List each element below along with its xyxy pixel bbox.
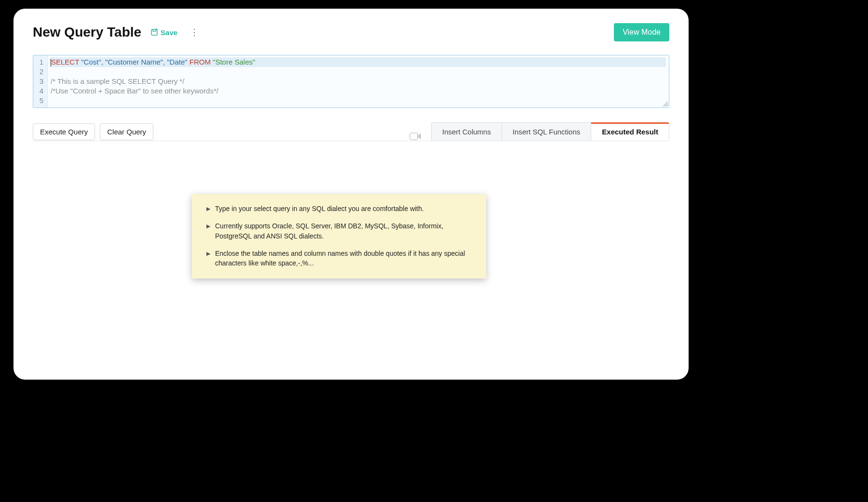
tab-executed-result[interactable]: Executed Result [591,122,669,141]
toolbar-left: Execute Query Clear Query [33,123,153,140]
header: New Query Table Save ⋮ View Mode [33,23,669,41]
tip-item: ▶ Type in your select query in any SQL d… [206,204,472,213]
caret-right-icon: ▶ [206,223,210,241]
page-title: New Query Table [33,25,141,40]
line-number: 1 [37,57,43,67]
tab-insert-columns[interactable]: Insert Columns [431,122,502,141]
execute-query-button[interactable]: Execute Query [33,123,95,140]
table-name: "Store Sales" [211,58,255,66]
tab-insert-sql-functions[interactable]: Insert SQL Functions [502,122,591,141]
column-list: "Cost", "Customer Name", "Date" [79,58,190,66]
code-line: /* This is a sample SQL SELECT Query */ [51,77,666,86]
line-number: 4 [37,86,43,96]
svg-rect-0 [151,29,157,35]
tips-panel: ▶ Type in your select query in any SQL d… [192,194,486,278]
code-area[interactable]: SELECT "Cost", "Customer Name", "Date" F… [48,55,669,107]
line-number: 3 [37,77,43,86]
header-left: New Query Table Save ⋮ [33,25,199,40]
save-label: Save [161,28,177,37]
clear-query-button[interactable]: Clear Query [100,123,153,140]
line-gutter: 1 2 3 4 5 [33,55,48,107]
code-line [51,67,666,77]
code-line: /*Use "Control + Space Bar" to see other… [51,86,666,96]
caret-right-icon: ▶ [206,250,210,268]
result-panel: ▶ Type in your select query in any SQL d… [33,141,669,343]
tip-text: Type in your select query in any SQL dia… [215,204,424,213]
tip-item: ▶ Enclose the table names and column nam… [206,249,472,268]
query-editor-window: New Query Table Save ⋮ View Mode 1 2 3 [14,9,689,380]
code-line: SELECT "Cost", "Customer Name", "Date" F… [51,57,666,67]
tip-text: Enclose the table names and column names… [215,249,472,268]
result-tabs: Insert Columns Insert SQL Functions Exec… [432,122,669,141]
tip-text: Currently supports Oracle, SQL Server, I… [215,221,472,241]
code-line [51,96,666,106]
toolbar-right: Insert Columns Insert SQL Functions Exec… [409,122,669,141]
keyword-select: SELECT [51,58,79,66]
sql-editor[interactable]: 1 2 3 4 5 SELECT "Cost", "Customer Name"… [33,55,669,108]
resize-handle-icon[interactable] [661,100,668,106]
line-number: 5 [37,96,43,106]
save-icon [150,28,159,37]
more-menu-icon[interactable]: ⋮ [190,28,199,37]
line-number: 2 [37,67,43,77]
keyword-from: FROM [190,58,211,66]
video-icon[interactable] [409,132,422,141]
save-button[interactable]: Save [150,28,177,37]
toolbar-row: Execute Query Clear Query Insert Columns… [33,122,669,141]
tip-item: ▶ Currently supports Oracle, SQL Server,… [206,221,472,241]
caret-right-icon: ▶ [206,205,210,213]
view-mode-button[interactable]: View Mode [614,23,669,41]
svg-rect-1 [410,133,418,140]
